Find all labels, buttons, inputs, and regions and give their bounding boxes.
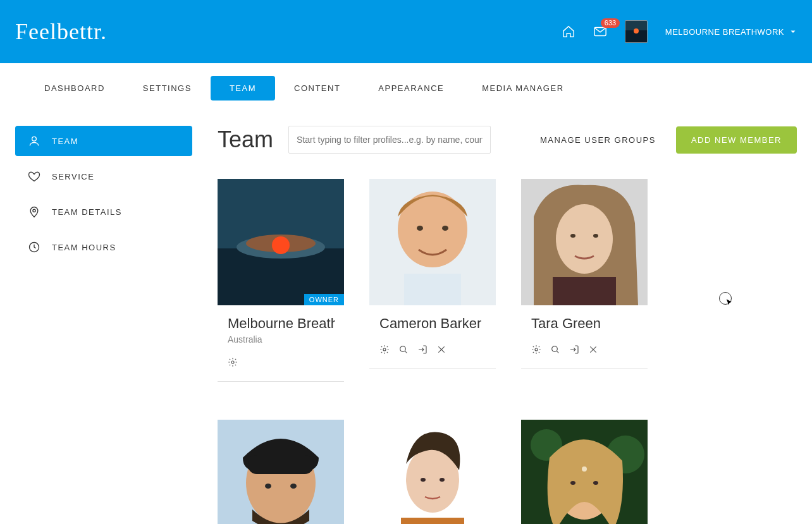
close-icon — [588, 344, 598, 355]
svg-rect-31 — [401, 518, 464, 524]
card-settings-button[interactable] — [379, 344, 390, 357]
topbar: Feelbettr 633 MELBOURNE BREATHWORK — [0, 0, 812, 63]
sidebar-item-service[interactable]: SERVICE — [15, 161, 192, 192]
team-card-name: Cameron Barker — [379, 315, 487, 332]
gear-icon — [379, 344, 390, 355]
sidebar: TEAM SERVICE TEAM DETAILS TEAM HOURS — [15, 126, 192, 262]
messages-button[interactable]: 633 — [593, 25, 607, 39]
search-icon — [550, 344, 560, 355]
manage-user-groups-button[interactable]: MANAGE USER GROUPS — [535, 128, 661, 152]
home-icon — [562, 25, 575, 39]
nav-media-manager[interactable]: MEDIA MANAGER — [463, 76, 582, 101]
svg-point-32 — [421, 478, 426, 482]
card-settings-button[interactable] — [228, 357, 238, 370]
svg-point-40 — [582, 466, 587, 472]
card-settings-button[interactable] — [531, 344, 541, 357]
sidebar-item-label: SERVICE — [52, 172, 94, 181]
card-login-as-button[interactable] — [417, 344, 428, 357]
sidebar-item-team[interactable]: TEAM — [15, 126, 192, 156]
login-icon — [417, 344, 428, 355]
login-icon — [569, 344, 579, 355]
account-name: MELBOURNE BREATHWORK — [665, 27, 784, 37]
svg-point-22 — [535, 348, 538, 351]
owner-badge: OWNER — [304, 294, 344, 305]
svg-point-20 — [570, 234, 575, 238]
sidebar-item-label: TEAM HOURS — [52, 243, 116, 252]
filter-input[interactable] — [288, 126, 491, 154]
svg-point-27 — [265, 484, 271, 489]
card-view-button[interactable] — [398, 344, 409, 357]
subnav: DASHBOARD SETTINGS TEAM CONTENT APPEARAN… — [0, 63, 812, 101]
card-view-button[interactable] — [550, 344, 560, 357]
notifications-badge: 633 — [601, 18, 620, 28]
team-card-name: Tara Green — [531, 315, 639, 332]
svg-point-21 — [593, 234, 598, 238]
team-card-subtitle: Australia — [228, 334, 344, 344]
svg-point-14 — [442, 226, 448, 231]
sidebar-item-team-details[interactable]: TEAM DETAILS — [15, 197, 192, 227]
svg-point-23 — [552, 346, 558, 352]
person-icon — [28, 135, 40, 147]
sidebar-item-label: TEAM DETAILS — [52, 207, 122, 217]
pin-icon — [28, 205, 40, 218]
nav-content[interactable]: CONTENT — [275, 76, 359, 101]
team-card[interactable]: OWNER Melbourne Breathwork Australia — [218, 179, 344, 382]
account-avatar[interactable] — [625, 20, 648, 43]
sidebar-item-label: TEAM — [52, 137, 78, 146]
main: Team MANAGE USER GROUPS ADD NEW MEMBER O… — [218, 126, 797, 524]
sidebar-item-team-hours[interactable]: TEAM HOURS — [15, 232, 192, 262]
card-remove-button[interactable] — [588, 344, 598, 357]
add-new-member-button[interactable]: ADD NEW MEMBER — [676, 126, 797, 154]
card-divider — [521, 369, 648, 369]
team-card-image — [218, 420, 344, 524]
nav-settings[interactable]: SETTINGS — [124, 76, 211, 101]
team-card[interactable] — [521, 420, 648, 524]
svg-point-1 — [32, 137, 37, 141]
svg-point-38 — [570, 481, 575, 485]
svg-point-39 — [593, 481, 598, 485]
team-card[interactable]: Cameron Barker — [369, 179, 496, 382]
svg-rect-19 — [553, 277, 616, 305]
team-card-image: OWNER — [218, 179, 344, 305]
svg-point-8 — [272, 236, 290, 254]
team-card-image — [521, 420, 648, 524]
svg-point-9 — [231, 361, 234, 363]
svg-rect-26 — [248, 455, 314, 474]
team-card-image — [369, 420, 496, 524]
chevron-down-icon — [789, 28, 797, 35]
nav-dashboard[interactable]: DASHBOARD — [25, 76, 124, 101]
team-card-name: Melbourne Breathwork — [228, 315, 335, 332]
nav-appearance[interactable]: APPEARANCE — [359, 76, 463, 101]
team-card[interactable] — [369, 420, 496, 524]
main-header: Team MANAGE USER GROUPS ADD NEW MEMBER — [218, 126, 797, 154]
card-divider — [218, 381, 344, 382]
close-icon — [436, 344, 446, 355]
home-button[interactable] — [562, 25, 575, 39]
svg-point-18 — [556, 204, 613, 274]
svg-point-2 — [33, 209, 35, 212]
heart-icon — [28, 170, 40, 183]
team-grid: OWNER Melbourne Breathwork Australia — [218, 179, 797, 524]
svg-point-13 — [417, 226, 423, 231]
svg-rect-12 — [404, 274, 461, 305]
card-login-as-button[interactable] — [569, 344, 579, 357]
page-title: Team — [218, 126, 273, 153]
team-card[interactable] — [218, 420, 344, 524]
svg-point-16 — [400, 346, 406, 352]
nav-team[interactable]: TEAM — [211, 76, 275, 101]
team-card[interactable]: Tara Green — [521, 179, 648, 382]
svg-point-28 — [290, 484, 297, 489]
gear-icon — [531, 344, 541, 355]
gear-icon — [228, 357, 238, 367]
clock-icon — [28, 241, 40, 253]
team-card-image — [369, 179, 496, 305]
search-icon — [398, 344, 409, 355]
brand-logo: Feelbettr — [15, 18, 107, 45]
account-picker[interactable]: MELBOURNE BREATHWORK — [665, 27, 797, 37]
team-card-image — [521, 179, 648, 305]
svg-point-33 — [440, 478, 445, 482]
card-remove-button[interactable] — [436, 344, 446, 357]
card-divider — [369, 369, 496, 369]
svg-point-15 — [383, 348, 386, 351]
